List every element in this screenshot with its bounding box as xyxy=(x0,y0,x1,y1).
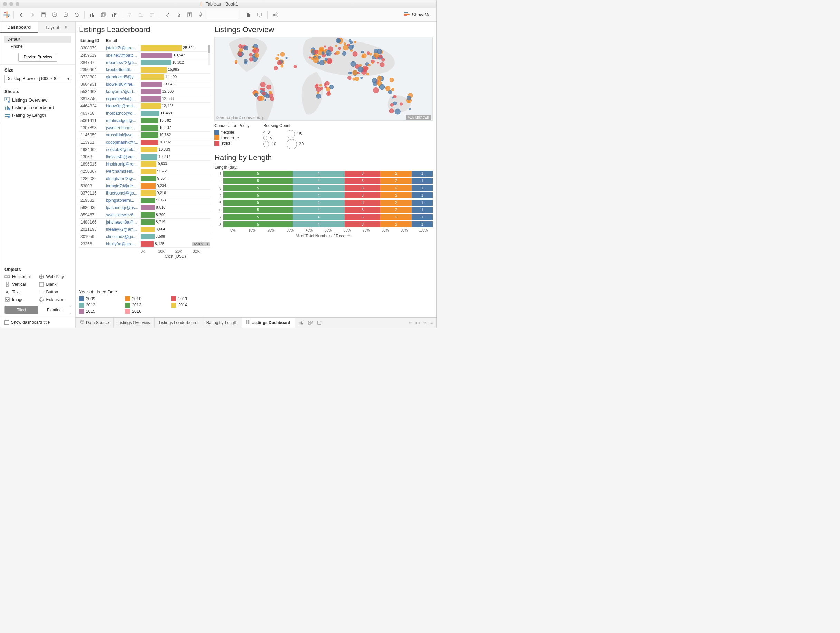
booking-legend-item[interactable]: 15 xyxy=(287,130,303,139)
device-phone[interactable]: Phone xyxy=(5,43,71,50)
table-row[interactable]: 2459519skeirle3t@patc...19,547 xyxy=(79,52,210,59)
booking-legend-item[interactable]: 0 xyxy=(263,130,276,135)
tab-first-icon[interactable]: ⇤ xyxy=(409,320,412,325)
minimize-window-icon[interactable] xyxy=(9,2,13,6)
show-title-checkbox[interactable] xyxy=(5,320,9,325)
year-legend-item[interactable]: 2013 xyxy=(125,303,164,307)
booking-legend-item[interactable]: 20 xyxy=(287,139,303,150)
object-blank[interactable]: Blank xyxy=(39,282,71,287)
tab-layout[interactable]: Layout ⇅ xyxy=(38,22,76,33)
tab-data-source[interactable]: Data Source xyxy=(76,318,114,328)
object-horizontal[interactable]: Horizontal xyxy=(5,274,37,280)
object-extension[interactable]: Extension xyxy=(39,297,71,302)
table-row[interactable]: 1289082dkingham78@...9,654 xyxy=(79,175,210,182)
sheet-item[interactable]: Rating by Length xyxy=(5,111,71,119)
booking-legend-item[interactable]: 5 xyxy=(263,135,276,141)
table-row[interactable]: 3308979jstclair7t@apa...25,394 xyxy=(79,44,210,52)
year-legend-item[interactable]: 2016 xyxy=(125,309,164,314)
table-row[interactable]: 113951ccoopmanhk@r...10,692 xyxy=(79,139,210,146)
new-worksheet-button[interactable] xyxy=(87,10,97,20)
object-image[interactable]: Image xyxy=(5,297,37,302)
show-me-button[interactable]: Show Me xyxy=(401,9,433,20)
table-row[interactable]: 5061411mtalmadgelt@...10,862 xyxy=(79,117,210,124)
text-label-button[interactable]: T xyxy=(185,10,194,20)
booking-legend-item[interactable]: 10 xyxy=(263,141,276,147)
year-legend-item[interactable]: 2009 xyxy=(79,296,118,301)
rating-row[interactable]: 454321 xyxy=(215,192,433,199)
table-row[interactable]: 1488166jaitcheson8a@...8,719 xyxy=(79,219,210,226)
forward-button[interactable] xyxy=(28,10,37,20)
year-legend-item[interactable]: 2010 xyxy=(125,296,164,301)
object-button[interactable]: Button xyxy=(39,289,71,295)
tab-next-icon[interactable]: ▸ xyxy=(418,320,421,325)
year-legend-item[interactable]: 2011 xyxy=(171,296,210,301)
table-row[interactable]: 5686435lpachecoqr@us...8,816 xyxy=(79,204,210,212)
policy-legend-item[interactable]: strict xyxy=(215,141,249,146)
tab-last-icon[interactable]: ⇥ xyxy=(423,320,426,325)
size-select[interactable]: Desktop Browser (1000 x 8... ▾ xyxy=(5,74,71,83)
object-vertical[interactable]: Vertical xyxy=(5,282,37,287)
table-row[interactable]: 859467swaszkiewicz6...8,790 xyxy=(79,212,210,219)
sort-asc-button[interactable] xyxy=(136,10,146,20)
back-button[interactable] xyxy=(17,10,26,20)
map-unknown-badge[interactable]: >1K unknown xyxy=(406,115,431,120)
new-dashboard-tab-button[interactable]: + xyxy=(307,320,314,326)
policy-legend-item[interactable]: moderate xyxy=(215,135,249,141)
table-row[interactable]: 5534463konyon57@art...12,600 xyxy=(79,88,210,95)
device-default[interactable]: Default xyxy=(5,36,71,43)
presentation-button[interactable] xyxy=(255,10,265,20)
sheet-tab[interactable]: Rating by Length xyxy=(202,318,242,328)
table-row[interactable]: 53803ineagle7d@de...9,234 xyxy=(79,182,210,190)
table-row[interactable]: 1984962eelstob8i@link...10,333 xyxy=(79,146,210,154)
new-worksheet-tab-button[interactable]: + xyxy=(298,320,305,326)
share-button[interactable] xyxy=(270,10,280,20)
sheet-tab[interactable]: Listings Leaderboard xyxy=(155,318,202,328)
table-row[interactable]: 4464824blouw3p@berk...12,428 xyxy=(79,103,210,110)
table-row[interactable]: 3728802glandrickd5@y...14,490 xyxy=(79,74,210,81)
rating-row[interactable]: 254321 xyxy=(215,177,433,184)
table-row[interactable]: 2350464kroubottom6l...15,982 xyxy=(79,66,210,74)
policy-legend-item[interactable]: flexible xyxy=(215,130,249,135)
rating-row[interactable]: 754321 xyxy=(215,214,433,220)
close-window-icon[interactable] xyxy=(3,2,7,6)
table-row[interactable]: 384797mbarniss72@ti...18,812 xyxy=(79,59,210,66)
tab-prev-icon[interactable]: ◂ xyxy=(414,320,417,325)
device-preview-button[interactable]: Device Preview xyxy=(18,52,57,62)
duplicate-button[interactable] xyxy=(98,10,108,20)
table-row[interactable]: 23356khully9a@goo...8,125658 nulls xyxy=(79,241,210,248)
tab-dashboard[interactable]: Dashboard xyxy=(0,22,38,33)
rating-row[interactable]: 554321 xyxy=(215,199,433,206)
table-row[interactable]: 463768thorbathoo@d...11,469 xyxy=(79,110,210,117)
table-row[interactable]: 1696015hholdronip@re...9,833 xyxy=(79,161,210,168)
table-row[interactable]: 1145959vrussilllai@we...10,782 xyxy=(79,131,210,139)
fit-button[interactable] xyxy=(244,10,254,20)
highlight-button[interactable] xyxy=(163,10,172,20)
table-row[interactable]: 219532bpingstonemi...9,063 xyxy=(79,197,210,204)
sheet-item[interactable]: Listings Leaderboard xyxy=(5,104,71,111)
tiled-button[interactable]: Tiled xyxy=(5,306,38,314)
sort-desc-button[interactable] xyxy=(147,10,157,20)
table-row[interactable]: 3604931ldowelld0@ne...13,045 xyxy=(79,81,210,88)
new-datasource-button[interactable] xyxy=(50,10,59,20)
table-row[interactable]: 2011193inealeyk2@am...8,664 xyxy=(79,226,210,233)
table-row[interactable]: 3379116fhuetsonel@go...9,216 xyxy=(79,190,210,197)
object-text[interactable]: AText xyxy=(5,289,37,295)
rating-row[interactable]: 854321 xyxy=(215,221,433,228)
table-row[interactable]: 4250367lverchambrelh...9,672 xyxy=(79,168,210,175)
table-row[interactable]: 1307898jswettenhame...10,837 xyxy=(79,124,210,131)
table-row[interactable]: 13068lhiscoe43@xre...10,297 xyxy=(79,154,210,161)
maximize-window-icon[interactable] xyxy=(16,2,19,6)
table-row[interactable]: 3818746ngrindley5k@j...12,588 xyxy=(79,95,210,103)
tab-list-icon[interactable]: ≡ xyxy=(430,320,433,325)
year-legend-item[interactable]: 2014 xyxy=(171,303,210,307)
sheet-item[interactable]: Listings Overview xyxy=(5,96,71,104)
pin-button[interactable] xyxy=(196,10,205,20)
world-map[interactable]: © 2019 Mapbox © OpenStreetMap >1K unknow… xyxy=(215,37,433,120)
nulls-badge[interactable]: 658 nulls xyxy=(193,242,210,246)
refresh-button[interactable] xyxy=(72,10,82,20)
rating-row[interactable]: 354321 xyxy=(215,185,433,191)
year-legend-item[interactable]: 2015 xyxy=(79,309,118,314)
sheet-tab[interactable]: Listings Overview xyxy=(114,318,155,328)
new-story-tab-button[interactable]: + xyxy=(316,320,323,326)
save-button[interactable] xyxy=(39,10,48,20)
